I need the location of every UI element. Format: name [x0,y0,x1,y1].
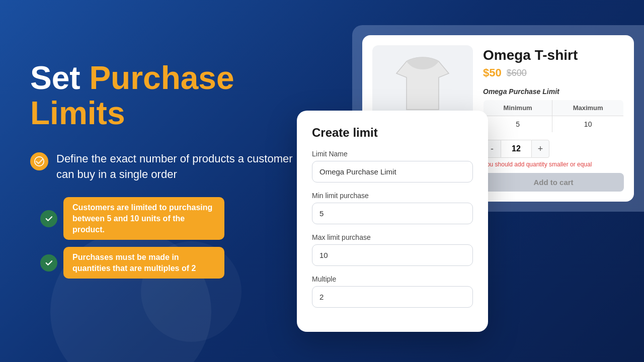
form-group-max-limit: Max limit purchase [312,233,473,266]
badge-check-1 [40,210,57,227]
table-header-max: Maximum [552,100,624,116]
form-group-min-limit: Min limit purchase [312,192,473,224]
left-section: Set Purchase Limits Define the exact num… [30,60,312,279]
purchase-limit-title: Omega Purchase Limit [483,87,624,96]
form-group-limit-name: Limit Name [312,150,473,183]
price-current: $50 [483,66,502,79]
feature-item: Define the exact number of products a cu… [30,151,312,183]
badge-item-2: Purchases must be made in quantities tha… [40,247,312,279]
quantity-value: 12 [501,140,531,158]
main-headline: Set Purchase Limits [30,60,312,131]
svg-point-0 [35,157,44,166]
headline-white: Set [30,60,80,96]
price-original: $600 [507,68,527,78]
feature-check-icon [30,152,48,170]
table-cell-max: 10 [552,116,624,133]
input-min-limit[interactable] [312,203,473,224]
quantity-row: - 12 + [483,140,624,158]
purchase-limit-section: Omega Purchase Limit Minimum Maximum 5 1… [483,87,624,133]
label-max-limit: Max limit purchase [312,233,473,241]
label-min-limit: Min limit purchase [312,192,473,200]
add-to-cart-button[interactable]: Add to cart [483,173,624,192]
create-limit-card: Create limit Limit Name Min limit purcha… [297,111,488,332]
quantity-plus-button[interactable]: + [531,140,549,158]
label-limit-name: Limit Name [312,150,473,158]
feature-description: Define the exact number of products a cu… [56,151,312,183]
create-limit-title: Create limit [312,126,473,140]
badge-text-1: Customers are limited to purchasing betw… [63,197,224,240]
error-message: You should add quantity smaller or equal [483,161,624,168]
limit-table: Minimum Maximum 5 10 [483,100,624,133]
form-group-multiple: Multiple [312,275,473,308]
badges-container: Customers are limited to purchasing betw… [40,197,312,279]
input-max-limit[interactable] [312,244,473,266]
product-price-row: $50 $600 [483,66,624,79]
badge-text-2: Purchases must be made in quantities tha… [63,247,224,279]
label-multiple: Multiple [312,275,473,283]
product-name: Omega T-shirt [483,47,624,63]
table-cell-min: 5 [484,116,552,133]
product-details: Omega T-shirt $50 $600 Omega Purchase Li… [483,45,624,192]
input-multiple[interactable] [312,286,473,308]
table-header-min: Minimum [484,100,552,116]
table-row: 5 10 [484,116,624,133]
badge-item-1: Customers are limited to purchasing betw… [40,197,312,240]
input-limit-name[interactable] [312,161,473,183]
badge-check-2 [40,254,57,272]
